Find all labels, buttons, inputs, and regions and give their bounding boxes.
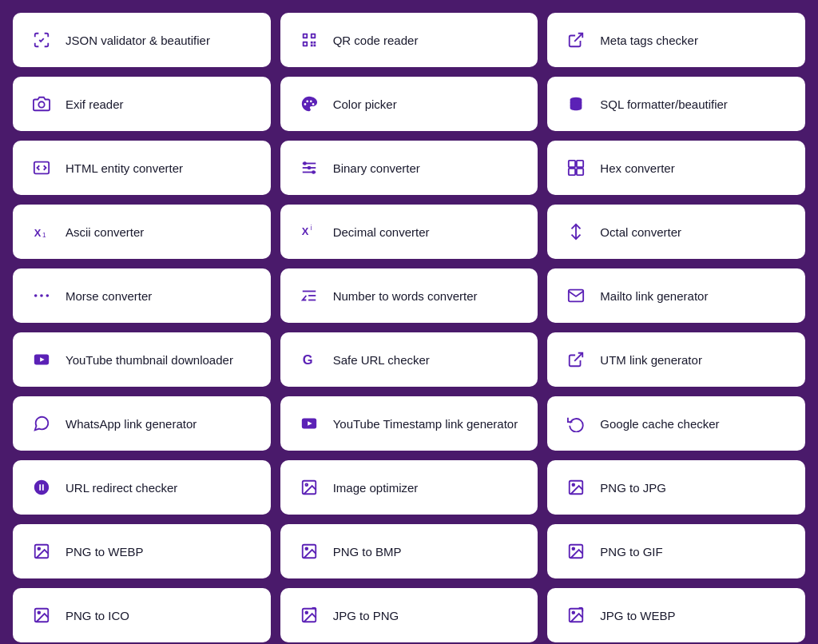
jpg-to-webp-icon — [563, 602, 589, 628]
sql-formatter-label: SQL formatter/beautifier — [600, 97, 728, 111]
svg-point-48 — [305, 547, 308, 550]
png-to-jpg-label: PNG to JPG — [600, 481, 666, 495]
svg-rect-8 — [310, 45, 312, 47]
svg-rect-4 — [312, 35, 314, 38]
card-mailto-link-generator[interactable]: Mailto link generator — [547, 268, 805, 323]
card-number-to-words[interactable]: Number to words converter — [280, 268, 538, 323]
jpg-to-webp-label: JPG to WEBP — [600, 609, 675, 622]
ascii-converter-icon: X1 — [29, 219, 54, 244]
jpg-to-png-icon — [296, 602, 322, 628]
card-octal-converter[interactable]: Octal converter — [547, 205, 805, 259]
qr-code-reader-icon — [296, 27, 322, 53]
card-decimal-converter[interactable]: XiDecimal converter — [280, 205, 538, 259]
exif-reader-icon — [29, 91, 54, 117]
card-hex-converter[interactable]: Hex converter — [547, 141, 805, 195]
ascii-converter-label: Ascii converter — [66, 225, 144, 239]
meta-tags-checker-icon — [563, 27, 589, 53]
svg-point-31 — [46, 294, 50, 297]
card-morse-converter[interactable]: Morse converter — [13, 268, 271, 323]
card-json-validator[interactable]: JSON validator & beautifier — [13, 13, 271, 67]
svg-rect-9 — [313, 45, 316, 47]
card-image-optimizer[interactable]: Image optimizer — [280, 460, 538, 515]
card-jpg-to-png[interactable]: JPG to PNG — [280, 588, 538, 642]
card-exif-reader[interactable]: Exif reader — [13, 77, 271, 131]
png-to-gif-icon — [563, 539, 589, 564]
google-cache-checker-label: Google cache checker — [600, 417, 719, 431]
card-qr-code-reader[interactable]: QR code reader — [280, 13, 538, 67]
json-validator-label: JSON validator & beautifier — [66, 34, 210, 47]
mailto-link-generator-label: Mailto link generator — [600, 289, 708, 303]
decimal-converter-label: Decimal converter — [333, 225, 430, 239]
svg-rect-23 — [577, 169, 583, 175]
png-to-webp-label: PNG to WEBP — [66, 545, 144, 559]
card-youtube-timestamp[interactable]: YouTube Timestamp link generator — [280, 396, 538, 451]
html-entity-converter-icon — [29, 155, 54, 181]
youtube-thumbnail-label: YouTube thumbnail downloader — [66, 353, 233, 367]
card-png-to-ico[interactable]: PNG to ICO — [13, 588, 271, 642]
youtube-timestamp-label: YouTube Timestamp link generator — [333, 417, 518, 431]
svg-line-38 — [574, 353, 582, 361]
image-optimizer-label: Image optimizer — [333, 481, 419, 495]
png-to-ico-icon — [29, 602, 54, 628]
utm-link-generator-label: UTM link generator — [600, 353, 702, 367]
svg-rect-21 — [577, 161, 583, 167]
card-meta-tags-checker[interactable]: Meta tags checker — [547, 13, 805, 67]
card-png-to-webp[interactable]: PNG to WEBP — [13, 524, 271, 578]
safe-url-checker-icon: G — [296, 347, 322, 372]
png-to-bmp-icon — [296, 539, 322, 564]
svg-text:1: 1 — [42, 232, 46, 239]
url-redirect-checker-icon — [29, 475, 54, 500]
mailto-link-generator-icon — [563, 283, 589, 308]
octal-converter-label: Octal converter — [600, 225, 681, 239]
svg-point-30 — [40, 294, 43, 297]
card-html-entity-converter[interactable]: HTML entity converter — [13, 141, 271, 195]
svg-point-11 — [38, 101, 44, 107]
google-cache-checker-icon — [563, 411, 589, 436]
whatsapp-link-generator-icon — [29, 411, 54, 436]
card-png-to-jpg[interactable]: PNG to JPG — [547, 460, 805, 515]
png-to-gif-label: PNG to GIF — [600, 545, 662, 559]
url-redirect-checker-label: URL redirect checker — [66, 481, 177, 495]
svg-point-52 — [38, 611, 40, 614]
card-url-redirect-checker[interactable]: URL redirect checker — [13, 460, 271, 515]
svg-rect-7 — [313, 42, 316, 44]
card-binary-converter[interactable]: Binary converter — [280, 141, 538, 195]
card-color-picker[interactable]: Color picker — [280, 77, 538, 131]
exif-reader-label: Exif reader — [66, 97, 124, 111]
card-youtube-thumbnail[interactable]: YouTube thumbnail downloader — [13, 332, 271, 387]
svg-text:X: X — [34, 227, 42, 239]
card-ascii-converter[interactable]: X1Ascii converter — [13, 205, 271, 259]
card-google-cache-checker[interactable]: Google cache checker — [547, 396, 805, 451]
svg-point-29 — [34, 294, 38, 297]
svg-line-10 — [574, 34, 582, 42]
svg-point-18 — [308, 167, 310, 169]
svg-point-54 — [305, 611, 308, 614]
decimal-converter-icon: Xi — [296, 219, 322, 244]
card-whatsapp-link-generator[interactable]: WhatsApp link generator — [13, 396, 271, 451]
svg-point-44 — [573, 483, 575, 486]
png-to-ico-label: PNG to ICO — [66, 609, 129, 622]
utm-link-generator-icon — [563, 347, 589, 372]
morse-converter-icon — [29, 283, 54, 308]
png-to-jpg-icon — [563, 475, 589, 500]
svg-text:X: X — [301, 225, 308, 237]
tools-grid: JSON validator & beautifierQR code reade… — [13, 13, 805, 642]
safe-url-checker-label: Safe URL checker — [333, 353, 430, 367]
color-picker-icon — [296, 91, 322, 117]
hex-converter-icon — [563, 155, 589, 181]
svg-point-17 — [304, 162, 306, 165]
card-utm-link-generator[interactable]: UTM link generator — [547, 332, 805, 387]
card-safe-url-checker[interactable]: GSafe URL checker — [280, 332, 538, 387]
card-png-to-bmp[interactable]: PNG to BMP — [280, 524, 538, 578]
card-jpg-to-webp[interactable]: JPG to WEBP — [547, 588, 805, 642]
card-png-to-gif[interactable]: PNG to GIF — [547, 524, 805, 578]
card-sql-formatter[interactable]: SQL formatter/beautifier — [547, 77, 805, 131]
number-to-words-label: Number to words converter — [333, 289, 478, 303]
binary-converter-icon — [296, 155, 322, 181]
meta-tags-checker-label: Meta tags checker — [600, 34, 698, 47]
color-picker-label: Color picker — [333, 97, 397, 111]
png-to-bmp-label: PNG to BMP — [333, 545, 402, 559]
svg-text:i: i — [310, 225, 312, 232]
sql-formatter-icon — [563, 91, 589, 117]
image-optimizer-icon — [296, 475, 322, 500]
